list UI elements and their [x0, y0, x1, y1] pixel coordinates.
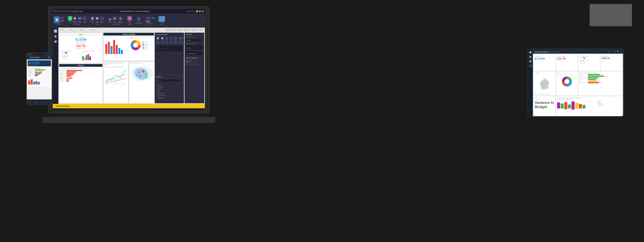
- tablet-nav-data[interactable]: 📋: [529, 55, 532, 58]
- from-file-button[interactable]: 📁: [112, 16, 117, 21]
- filter-country-dropdown[interactable]: All ▾: [84, 29, 88, 31]
- fields-expand-icon[interactable]: ›: [182, 76, 183, 78]
- profit-donut: [561, 75, 573, 87]
- viz-bar-icon[interactable]: 📊: [156, 37, 160, 40]
- mpn-filter[interactable]: Is not MPN (formerly...: [186, 50, 203, 56]
- tablet-icon-search[interactable]: 🔍: [617, 51, 619, 52]
- new-visual-button[interactable]: 📊: [95, 16, 100, 21]
- area-filter-item[interactable]: Area (All) ✕: [186, 39, 203, 42]
- cat-decor[interactable]: Decor: [166, 29, 170, 31]
- tablet-nav-report[interactable]: 📊: [529, 51, 532, 54]
- add-tab-button[interactable]: +: [73, 105, 74, 107]
- viz-scatter-icon[interactable]: ⁘: [170, 37, 173, 40]
- viz-expand-icon[interactable]: ›: [182, 34, 183, 35]
- off-toggle-button[interactable]: [186, 61, 189, 63]
- product-pie-chart: [130, 39, 142, 51]
- pbi-menu-modeling[interactable]: Modeling: [71, 10, 78, 12]
- business-filter[interactable]: Business: [186, 45, 203, 50]
- tablet-icon-settings[interactable]: ⚙: [615, 51, 616, 52]
- nav-model-icon[interactable]: 🔀: [54, 40, 57, 43]
- cat-lighting[interactable]: Lighting: [177, 29, 183, 31]
- viz-kpi-icon[interactable]: ⟁: [170, 41, 173, 44]
- cut-button[interactable]: ✂: [60, 17, 64, 19]
- cat-dining[interactable]: Dining & Ent.: [183, 29, 191, 31]
- copy-button[interactable]: ⧉: [60, 20, 64, 22]
- tablet-icon-grid[interactable]: ⊞: [609, 51, 610, 52]
- phone-back-icon[interactable]: ←: [28, 57, 30, 59]
- cat-household[interactable]: Household: [192, 29, 198, 31]
- field-plan[interactable]: › Plan: [156, 90, 183, 92]
- field-actual[interactable]: › Actual: [156, 83, 183, 85]
- laptop-device: ⬛ File Home View Modeling Help Executive…: [48, 6, 209, 123]
- calculations-label: Calculations: [147, 23, 154, 24]
- close-filter-icon[interactable]: ✕: [201, 39, 202, 41]
- close-button[interactable]: [202, 10, 204, 12]
- viz-card-icon[interactable]: ▭: [165, 41, 169, 44]
- viz-pie-icon[interactable]: ◔: [174, 37, 178, 40]
- field-pricinglevel[interactable]: › PricingLevel: [156, 92, 183, 94]
- get-data-button[interactable]: ⬇: [68, 16, 72, 21]
- pbi-menu-home[interactable]: Home: [61, 10, 66, 12]
- nav-report-icon[interactable]: 📊: [54, 29, 57, 33]
- viz-line-icon[interactable]: 📈: [160, 37, 164, 40]
- fields-search-box[interactable]: 🔍 Search: [156, 79, 183, 82]
- statusbar-tab-executive[interactable]: Executive Summary: [54, 105, 71, 107]
- field-product[interactable]: › Actual Revenue: [156, 94, 183, 97]
- phone-nav-back[interactable]: ←: [29, 101, 31, 103]
- svg-rect-45: [568, 104, 571, 108]
- filters-expand-icon[interactable]: ›: [203, 34, 203, 35]
- image-button[interactable]: 🖼: [108, 17, 112, 22]
- pbi-menu-view[interactable]: View: [66, 10, 70, 12]
- marketplace-button[interactable]: 🏪: [118, 16, 123, 21]
- minimize-button[interactable]: [196, 10, 198, 12]
- viz-more-icon[interactable]: ···: [179, 41, 182, 44]
- viz-area-icon[interactable]: ▲: [165, 37, 169, 40]
- new-measure-button[interactable]: Σ M: [146, 17, 150, 20]
- revenue-panel: Revenue Actual Revenue and Cumulative Ac…: [59, 64, 103, 103]
- cat-furniture[interactable]: Furniture: [171, 29, 177, 31]
- switch-theme-button[interactable]: 🎨: [128, 16, 132, 21]
- revenue-panel-title: Revenue: [59, 64, 102, 67]
- filter-distribution-dropdown[interactable]: All ▾: [96, 29, 100, 31]
- field-period[interactable]: › Period: [156, 88, 183, 90]
- maximize-button[interactable]: [199, 10, 201, 12]
- viz-matrix-icon[interactable]: ⋮: [160, 41, 164, 44]
- tablet-icon-star[interactable]: ☆: [611, 51, 612, 52]
- paste-button[interactable]: 📋: [54, 17, 60, 23]
- profit-subtitle: BY SEGMENT 1420, PRODUCT CATEGORY: [557, 74, 577, 75]
- phone-nav-filter[interactable]: △: [42, 101, 44, 103]
- manage-button[interactable]: 🔗: [137, 17, 141, 21]
- phone-nav-home[interactable]: ⊞: [36, 101, 37, 103]
- viz-map-icon[interactable]: 🗺: [179, 37, 182, 40]
- phone-bar-furniture: Furniture: [28, 69, 50, 70]
- recent-sources-button[interactable]: 🕐: [73, 16, 77, 21]
- viz-slicer-icon[interactable]: ⊟: [174, 41, 178, 44]
- ribbon-group-clipboard: 📋 ✂ ⧉ Clipboard: [54, 15, 66, 27]
- tablet-icon-share[interactable]: ↑: [613, 51, 614, 52]
- filter-area-dropdown[interactable]: CEE ▾: [73, 29, 78, 31]
- tablet-icon-more[interactable]: ⋯: [620, 51, 622, 52]
- phone-notch: [35, 53, 43, 55]
- tablet-nav-settings[interactable]: ⚙: [529, 64, 532, 67]
- new-quick-measure-button[interactable]: Quick Measure: [146, 20, 150, 23]
- phone-search-icon[interactable]: 🔍: [48, 57, 50, 59]
- cat-pillows[interactable]: Pillows: [198, 29, 204, 31]
- pbi-menu-file[interactable]: File: [57, 10, 60, 12]
- viz-table-icon[interactable]: ⊞: [156, 41, 160, 44]
- field-subsegment[interactable]: › SubSegment: [156, 97, 183, 99]
- vtb-product-legend: ● Furniture ● Decor ● Dining & Ent. ● Ho…: [598, 100, 604, 110]
- new-column-button[interactable]: Σ C: [151, 17, 155, 20]
- edit-queries-button[interactable]: ✎: [82, 16, 87, 21]
- publish-button[interactable]: 📤: [158, 16, 165, 22]
- add-button[interactable]: A: [100, 16, 104, 21]
- nav-data-icon[interactable]: 📋: [54, 35, 57, 38]
- tablet-screen: 📊 📋 🔀 ⚙ Executive Dashboard Executive Su…: [528, 49, 623, 116]
- tablet-nav-model[interactable]: 🔀: [529, 60, 532, 63]
- laptop-screen: ⬛ File Home View Modeling Help Executive…: [53, 9, 205, 110]
- field-geography[interactable]: › Geography: [156, 85, 183, 88]
- pbi-menu-help[interactable]: Help: [79, 10, 83, 12]
- phone-nav-share[interactable]: ○: [48, 101, 49, 103]
- enter-data-button[interactable]: ⌨: [78, 16, 82, 21]
- filter-product-dropdown[interactable]: All ▾: [64, 29, 68, 31]
- new-page-button[interactable]: 📄: [90, 16, 94, 21]
